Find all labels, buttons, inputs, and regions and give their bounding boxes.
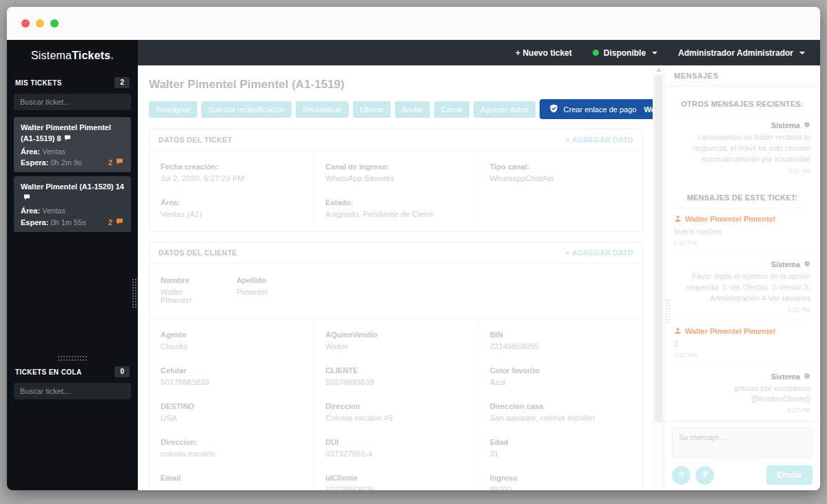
message-sender: Walter Pimentel Pimentel: [685, 215, 775, 223]
ticket-field: Fecha creación:Jul 2, 2020, 6:27:23 PM: [150, 154, 314, 190]
main-scrollbar[interactable]: [653, 65, 664, 490]
add-ticket-data-link[interactable]: + AGREGAR DATO: [566, 136, 633, 144]
add-client-data-link[interactable]: + AGREGAR DATO: [566, 249, 633, 257]
new-ticket-button[interactable]: + Nuevo ticket: [515, 48, 572, 58]
queue-header: TICKETS EN COLA 0: [7, 361, 138, 381]
field-value: Walter: [325, 342, 467, 351]
client-field: Direccion:colonia escalón: [150, 430, 314, 465]
ticket-field-empty: [478, 190, 642, 226]
sidebar-resize-handle[interactable]: [132, 279, 136, 308]
scroll-up-arrow-icon[interactable]: [656, 68, 662, 72]
field-value: 50378883839: [161, 378, 303, 387]
field-value: [161, 485, 303, 490]
attach-file-button[interactable]: [695, 466, 714, 485]
wait-value: 0h 2m 9s: [50, 158, 81, 167]
queue-search-input[interactable]: [14, 383, 131, 399]
wompi-label: Crear enlace de pago: [564, 105, 637, 114]
message-text: buens noches: [674, 227, 810, 238]
status-label: Disponible: [604, 48, 646, 58]
area-value: Ventas: [42, 207, 65, 215]
quick-replies-button[interactable]: [672, 466, 691, 485]
field-value: Azul: [490, 378, 631, 387]
panel-resize-handle[interactable]: [58, 356, 87, 361]
sidebar: SistemaTickets. MIS TICKETS 2 Walter Pim…: [7, 40, 138, 490]
page-title: Walter Pimentel Pimentel (A1-1519): [149, 78, 643, 92]
my-tickets-count-badge: 2: [114, 77, 130, 88]
gear-icon[interactable]: [804, 260, 810, 269]
ticket-field: Tipo canal:WhatsappChatApi: [478, 154, 642, 190]
person-icon: [674, 215, 682, 224]
chevron-down-icon: [799, 52, 805, 54]
client-field: DireccionColonia escalon #5: [314, 394, 478, 430]
menu-icon: [677, 470, 686, 481]
user-name-label: Administrador Administrador: [678, 48, 793, 58]
gear-icon[interactable]: [804, 121, 810, 129]
wompi-payment-link-button[interactable]: Crear enlace de pagoWompi: [540, 99, 653, 119]
liberar-button[interactable]: Liberar: [353, 101, 390, 118]
ticket-list-item[interactable]: Walter Pimentel Pimentel (A1-1519) 8 Áre…: [14, 117, 131, 172]
field-label: AQuienVendio: [325, 330, 467, 339]
message-input[interactable]: [672, 428, 813, 458]
reclasificar-button[interactable]: Reclasificar: [296, 101, 349, 118]
logo-accent-dot: .: [110, 50, 114, 62]
close-window-button[interactable]: [21, 19, 30, 28]
ticket-field: Área:Ventas (A1): [150, 190, 314, 226]
anular-button[interactable]: Anular: [395, 101, 431, 118]
app-logo: SistemaTickets.: [7, 40, 138, 72]
solicitar-reclasificacion-button[interactable]: Solicitar reclasificación: [201, 101, 292, 118]
agregar-datos-button[interactable]: Agregar datos: [473, 101, 535, 118]
new-ticket-label: + Nuevo ticket: [515, 48, 572, 58]
unread-count: 2: [108, 158, 112, 167]
field-label: DESTINO: [161, 402, 303, 410]
client-field: BIN22145858555: [478, 322, 642, 358]
wait-label: Espera:: [21, 158, 48, 167]
message-time: 6:27 PM: [674, 407, 810, 414]
field-value: USA: [161, 414, 303, 423]
wompi-brand: Wompi: [644, 105, 653, 114]
my-tickets-search-input[interactable]: [14, 94, 131, 110]
chat-bubble-icon: [23, 193, 31, 204]
unread-count: 2: [108, 218, 112, 227]
field-label: Direccion:: [161, 438, 303, 446]
field-value: colonia escalón: [161, 450, 303, 459]
reasignar-button[interactable]: Reasignar: [149, 101, 197, 118]
field-value: 50378883839: [325, 485, 467, 490]
maximize-window-button[interactable]: [50, 19, 59, 28]
field-label: Color favorito: [490, 366, 631, 375]
ticket-field: Canal de ingreso:WhatsApp Bitworks: [314, 154, 478, 190]
message-item-system: Sistema gracias por escribirnos [[Nombre…: [673, 365, 811, 421]
message-text: gracias por escribirnos [[NombreCliente]…: [674, 384, 810, 406]
field-value: 037327552-4: [325, 450, 467, 459]
field-label: Celular: [161, 366, 303, 375]
queue-label: TICKETS EN COLA: [15, 368, 82, 376]
ticket-list-item[interactable]: Walter Pimentel (A1-1520) 14 Área: Venta…: [14, 176, 131, 231]
paperclip-icon: [701, 470, 709, 481]
area-value: Ventas: [42, 147, 65, 156]
client-field: ApellidoPimentel: [225, 269, 278, 311]
wait-label: Espera:: [21, 218, 48, 227]
client-field: Ingreso$5000: [478, 465, 642, 490]
ticket-title: Walter Pimentel (A1-1520) 14: [21, 182, 124, 191]
messages-panel-resize-handle[interactable]: [666, 300, 670, 323]
unread-badge: 2: [108, 218, 124, 227]
message-sender: Sistema: [771, 372, 800, 381]
field-value: San salvador, colonia escalón: [490, 414, 631, 423]
messages-scroll-area[interactable]: OTROS MENSAJES RECIENTES: Sistema Lament…: [664, 87, 820, 421]
window-titlebar: [7, 7, 820, 40]
ticket-detail-main: Walter Pimentel Pimentel (A1-1519) Reasi…: [138, 65, 653, 490]
cerrar-button[interactable]: Cerrar: [434, 101, 469, 118]
gear-icon[interactable]: [804, 372, 810, 381]
field-label: Direccion casa: [490, 402, 631, 410]
send-message-button[interactable]: Enviar: [766, 465, 813, 485]
minimize-window-button[interactable]: [36, 19, 44, 28]
main-scrollbar-thumb[interactable]: [655, 75, 662, 423]
message-time: 6:27 PM: [674, 240, 810, 246]
messages-panel: MENSAJES OTROS MENSAJES RECIENTES: Siste…: [664, 65, 820, 490]
logo-part1: Sistema: [31, 50, 72, 62]
user-menu-dropdown[interactable]: Administrador Administrador: [678, 48, 805, 58]
my-tickets-header: MIS TICKETS 2: [7, 72, 138, 92]
status-dropdown[interactable]: Disponible: [593, 48, 657, 58]
client-field: Color favoritoAzul: [478, 358, 642, 394]
ticket-actions-row: Reasignar Solicitar reclasificación Recl…: [149, 99, 643, 119]
field-value: $5000: [490, 485, 631, 490]
